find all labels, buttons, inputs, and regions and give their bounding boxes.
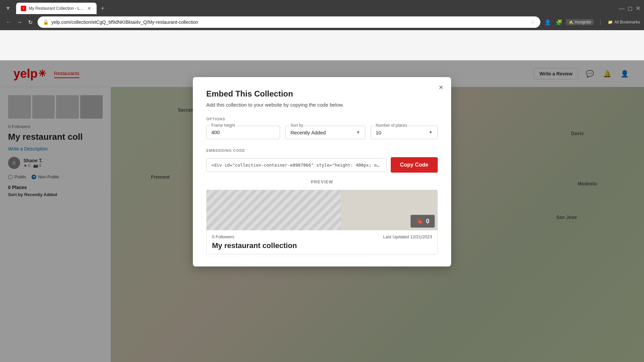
bookmark-star-icon[interactable]: ☆ (530, 19, 535, 25)
modal-subtitle: Add this collection to your website by c… (206, 102, 438, 108)
preview-badge-count: 0 (426, 218, 429, 225)
embedding-code-input[interactable]: <div id="collection-container-e0987066" … (206, 158, 387, 172)
address-bar[interactable]: 🔒 yelp.com/collection/etCgQ_bf9dNKIBkiai… (38, 16, 540, 28)
preview-meta: 0 Followers Last Updated 12/21/2023 (212, 234, 432, 239)
num-places-value: 10 (376, 130, 381, 135)
window-controls: — ◻ ✕ (619, 6, 641, 11)
embed-modal: × Embed This Collection Add this collect… (193, 77, 451, 266)
preview-footer: 0 Followers Last Updated 12/21/2023 My r… (207, 230, 437, 254)
nav-controls: ← → ↻ (4, 17, 35, 27)
options-row: Frame height Sort by Recently Added ▼ Nu… (206, 126, 438, 139)
sort-by-dropdown-arrow: ▼ (356, 130, 360, 135)
preview-section: PREVIEW 🔖 0 0 Followers (206, 179, 438, 254)
address-bar-row: ← → ↻ 🔒 yelp.com/collection/etCgQ_bf9dNK… (0, 14, 644, 30)
tab-favicon: Y (21, 6, 26, 11)
preview-last-updated: Last Updated 12/21/2023 (383, 234, 432, 239)
page-background: yelp ✳ Restaurants Write a Review 💬 🔔 👤 … (0, 30, 644, 362)
menu-button[interactable]: ⋮ (596, 17, 605, 27)
frame-height-field: Frame height (206, 126, 280, 139)
preview-section-label: PREVIEW (206, 179, 438, 184)
incognito-label: Incognito (575, 20, 591, 24)
forward-button[interactable]: → (15, 17, 24, 27)
modal-close-button[interactable]: × (439, 84, 443, 91)
close-window-button[interactable]: ✕ (635, 6, 641, 11)
preview-image-left (207, 190, 341, 230)
active-tab[interactable]: Y My Restaurant Collection - Last... ✕ (16, 3, 97, 14)
embedding-code-section: EMBEDDING CODE <div id="collection-conta… (206, 148, 438, 173)
back-button[interactable]: ← (4, 17, 13, 27)
browser-chrome: ▼ Y My Restaurant Collection - Last... ✕… (0, 0, 644, 30)
extensions-icon[interactable]: 🧩 (554, 17, 564, 27)
preview-followers: 0 Followers (212, 234, 234, 239)
num-places-dropdown-arrow: ▼ (429, 130, 433, 135)
options-section-label: OPTIONS (206, 117, 438, 121)
num-places-label: Number of places (374, 123, 409, 128)
reload-button[interactable]: ↻ (25, 17, 35, 27)
preview-box: 🔖 0 0 Followers Last Updated 12/21/2023 … (206, 190, 438, 254)
sort-by-label: Sort by (289, 123, 305, 128)
bookmarks-icon: 📁 (608, 20, 613, 24)
sort-by-field[interactable]: Sort by Recently Added ▼ (285, 126, 365, 139)
bookmarks-label: All Bookmarks (614, 20, 640, 24)
preview-badge: 🔖 0 (411, 215, 435, 228)
frame-height-input[interactable] (211, 129, 275, 135)
minimize-button[interactable]: — (619, 6, 625, 11)
num-places-field[interactable]: Number of places 10 ▼ (371, 126, 438, 139)
maximize-button[interactable]: ◻ (627, 6, 633, 11)
lock-icon: 🔒 (43, 19, 49, 25)
address-actions: 👤 🧩 🕵 Incognito ⋮ (543, 17, 605, 27)
incognito-badge[interactable]: 🕵 Incognito (566, 19, 594, 25)
sort-by-value: Recently Added (290, 130, 326, 135)
profile-icon[interactable]: 👤 (543, 17, 552, 27)
code-row: <div id="collection-container-e0987066" … (206, 157, 438, 173)
preview-collection-name: My restaurant collection (212, 241, 432, 250)
tab-close-button[interactable]: ✕ (87, 6, 92, 11)
preview-images-row: 🔖 0 (207, 190, 437, 230)
tab-bar: ▼ Y My Restaurant Collection - Last... ✕… (0, 0, 644, 14)
nav-back-forward: ▼ (3, 4, 13, 13)
bookmark-icon: 🔖 (416, 218, 423, 225)
copy-code-button[interactable]: Copy Code (391, 157, 438, 173)
frame-height-label: Frame height (210, 123, 236, 128)
modal-overlay: × Embed This Collection Add this collect… (0, 60, 644, 362)
preview-image-right: 🔖 0 (341, 190, 437, 230)
new-tab-button[interactable]: + (98, 4, 107, 13)
bookmarks-button[interactable]: 📁 All Bookmarks (608, 20, 640, 24)
incognito-icon: 🕵 (569, 20, 574, 24)
embedding-code-label: EMBEDDING CODE (206, 148, 438, 153)
url-text: yelp.com/collection/etCgQ_bf9dNKIBkiai4v… (51, 19, 528, 25)
tab-title: My Restaurant Collection - Last... (29, 6, 84, 11)
tab-list-button[interactable]: ▼ (3, 4, 13, 13)
modal-title: Embed This Collection (206, 89, 438, 99)
